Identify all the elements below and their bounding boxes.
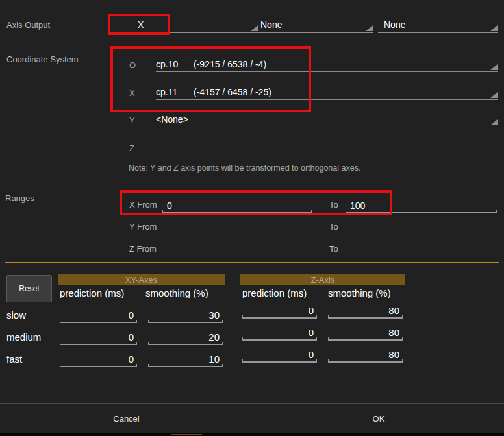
row-label-medium: medium [6, 332, 41, 343]
coord-axis-label: O [129, 60, 156, 72]
medium-z-smoothing-value: 80 [328, 327, 403, 341]
fast-xy-smoothing-input[interactable]: 10 [148, 350, 223, 367]
range-x-from-label: X From [129, 200, 157, 210]
range-z-from-label: Z From [129, 244, 157, 254]
range-x-from-input[interactable]: 0 [162, 198, 312, 213]
coord-point-spinner-y[interactable]: <None> [156, 112, 498, 127]
row-label-slow: slow [6, 309, 26, 321]
slow-z-smoothing-value: 80 [328, 305, 403, 319]
fast-z-prediction-input[interactable]: 0 [242, 346, 317, 363]
slow-z-prediction-input[interactable]: 0 [242, 302, 317, 319]
range-y-to-label: To [329, 222, 338, 232]
slow-z-smoothing-input[interactable]: 80 [328, 302, 403, 319]
ok-button[interactable]: OK [253, 404, 504, 433]
coord-axis-label: X [129, 88, 156, 100]
coord-point-name: cp.11 [156, 87, 194, 97]
medium-xy-smoothing-input[interactable]: 20 [148, 328, 223, 345]
range-x-from-value: 0 [162, 200, 312, 213]
z-prediction-column-header: prediction (ms) [242, 287, 307, 298]
slow-xy-prediction-value: 0 [60, 309, 137, 323]
medium-z-smoothing-input[interactable]: 80 [328, 324, 403, 341]
medium-z-prediction-input[interactable]: 0 [242, 324, 317, 341]
range-z-to-label: To [329, 244, 338, 254]
reset-button-label: Reset [19, 284, 39, 293]
range-x-to-input[interactable]: 100 [346, 198, 497, 213]
coord-point-spinner-z [156, 140, 498, 155]
cancel-button-label: Cancel [113, 414, 139, 424]
chevron-down-icon [490, 64, 498, 70]
fast-z-smoothing-value: 80 [328, 349, 403, 363]
medium-z-prediction-value: 0 [242, 327, 317, 341]
fast-xy-smoothing-value: 10 [148, 354, 223, 367]
coord-point-name: <None> [156, 114, 194, 125]
xy-axes-group-header: XY-Axes [58, 274, 225, 285]
coord-point-name: cp.10 [156, 59, 194, 69]
section-divider [5, 262, 499, 263]
medium-xy-prediction-value: 0 [60, 332, 137, 345]
slow-xy-smoothing-value: 30 [148, 309, 223, 323]
axis-output-spinner-2-value: None [260, 19, 282, 30]
reset-button[interactable]: Reset [6, 275, 52, 302]
coord-point-coords: (-9215 / 6538 / -4) [194, 59, 266, 69]
slow-xy-prediction-input[interactable]: 0 [60, 306, 137, 323]
coord-point-coords: (-4157 / 6458 / -25) [194, 87, 271, 97]
chevron-down-icon [490, 92, 498, 98]
medium-xy-prediction-input[interactable]: 0 [60, 328, 137, 345]
z-smoothing-column-header: smoothing (%) [328, 287, 391, 298]
z-axis-group-header: Z-Axis [240, 274, 405, 285]
coord-row-o: O cp.10 (-9215 / 6538 / -4) [129, 57, 498, 72]
coord-row-z: Z [129, 140, 498, 155]
axis-output-spinner-1-value: X [138, 19, 144, 30]
range-x-to-label: To [329, 200, 338, 210]
coord-point-spinner-x[interactable]: cp.11 (-4157 / 6458 / -25) [156, 85, 498, 100]
fast-xy-prediction-value: 0 [60, 354, 137, 367]
axis-output-spinner-3-value: None [384, 19, 405, 30]
xy-smoothing-column-header: smoothing (%) [145, 287, 208, 298]
slow-z-prediction-value: 0 [242, 305, 317, 319]
axis-output-label: Axis Output [6, 20, 50, 30]
slow-xy-smoothing-input[interactable]: 30 [148, 306, 223, 323]
xy-prediction-column-header: prediction (ms) [60, 287, 124, 298]
medium-xy-smoothing-value: 20 [148, 332, 223, 345]
coord-point-spinner-o[interactable]: cp.10 (-9215 / 6538 / -4) [156, 57, 498, 72]
axis-output-spinner-1[interactable]: X [132, 16, 258, 33]
coordinate-system-label: Coordinate System [6, 54, 79, 64]
axis-output-spinner-2[interactable]: None [255, 16, 373, 33]
range-y-from-label: Y From [129, 222, 157, 232]
axis-output-spinner-3[interactable]: None [378, 16, 498, 33]
coord-row-y: Y <None> [129, 112, 498, 127]
range-x-to-value: 100 [346, 200, 497, 213]
orthogonal-axes-note: Note: Y and Z axis points will be transf… [129, 164, 360, 173]
chevron-down-icon [366, 25, 373, 31]
chevron-down-icon [490, 25, 498, 31]
coord-axis-label: Y [129, 115, 156, 127]
coord-axis-label: Z [129, 143, 156, 155]
bottom-edge-accent [171, 434, 202, 435]
axis-settings-dialog: Axis Output X None None Coordinate Syste… [0, 0, 504, 436]
fast-xy-prediction-input[interactable]: 0 [60, 350, 137, 367]
fast-z-prediction-value: 0 [242, 349, 317, 363]
ok-button-label: OK [373, 414, 385, 424]
ranges-label: Ranges [5, 193, 34, 203]
row-label-fast: fast [6, 354, 22, 365]
fast-z-smoothing-input[interactable]: 80 [328, 346, 403, 363]
bottom-edge-strip [0, 433, 504, 436]
coord-row-x: X cp.11 (-4157 / 6458 / -25) [129, 85, 498, 100]
chevron-down-icon [490, 119, 498, 125]
highlight-box-coordinate-points [110, 46, 311, 112]
cancel-button[interactable]: Cancel [0, 404, 253, 433]
